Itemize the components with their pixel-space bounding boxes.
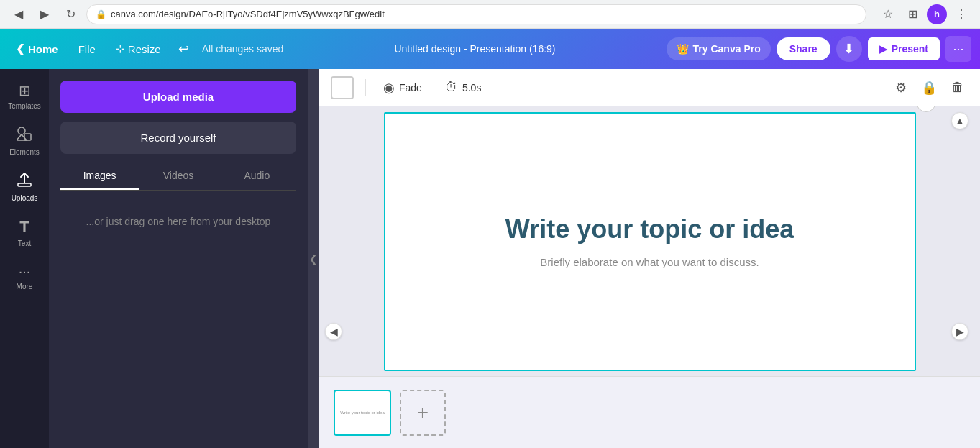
home-button[interactable]: ❮ Home	[9, 38, 65, 60]
elements-icon	[17, 126, 32, 145]
upload-media-button[interactable]: Upload media	[60, 81, 296, 113]
more-icon: ···	[19, 263, 31, 280]
rotate-handle[interactable]: ↻	[916, 106, 936, 112]
download-button[interactable]: ⬇	[836, 36, 862, 62]
star-button[interactable]: ☆	[878, 4, 898, 24]
slide-subtitle: Briefly elaborate on what you want to di…	[540, 256, 759, 268]
timer-label: 5.0s	[462, 82, 481, 93]
sidebar-item-text-label: Text	[18, 239, 31, 247]
url-text: canva.com/design/DAEo-RjITyo/vSDdf4EjzmV…	[111, 9, 385, 19]
scroll-right-arrow[interactable]: ▶	[951, 323, 968, 340]
collapse-handle[interactable]: ❮	[308, 69, 319, 448]
drag-hint: ...or just drag one here from your deskt…	[60, 199, 296, 244]
app-header: ❮ Home File ⊹ Resize ↩ All changes saved…	[0, 29, 980, 69]
toolbar-right: ⚙ 🔒 🗑	[891, 76, 968, 100]
canvas-viewport[interactable]: ▲ ◀ ▶ ▼ ↻ Write your topic or idea Brief…	[319, 106, 980, 376]
document-title: Untitled design - Presentation (16:9)	[289, 43, 660, 55]
back-button[interactable]: ◀	[9, 4, 29, 24]
tab-images[interactable]: Images	[60, 163, 139, 190]
browser-actions: ☆ ⊞ h ⋮	[878, 4, 971, 24]
share-button[interactable]: Share	[777, 37, 830, 60]
sidebar-item-elements-label: Elements	[9, 148, 40, 156]
present-button[interactable]: ▶ Present	[868, 37, 940, 60]
add-slide-button[interactable]: +	[400, 390, 446, 436]
resize-icon: ⊹	[116, 42, 125, 55]
sidebar-item-text[interactable]: T Text	[3, 211, 46, 255]
svg-rect-3	[18, 183, 31, 186]
resize-label: Resize	[128, 43, 161, 55]
text-icon: T	[19, 218, 29, 237]
upload-panel: Upload media Record yourself Images Vide…	[49, 69, 308, 448]
main-content: ⊞ Templates Elements Uploads	[0, 69, 980, 448]
svg-point-0	[18, 127, 25, 134]
sidebar-item-more-label: More	[17, 283, 33, 291]
home-label: Home	[28, 43, 58, 55]
thumbnails-strip: Write your topic or idea +	[319, 376, 980, 448]
svg-marker-2	[17, 134, 27, 140]
scroll-left-arrow[interactable]: ◀	[325, 323, 342, 340]
saved-text: All changes saved	[202, 43, 284, 55]
header-actions: 👑 Try Canva Pro Share ⬇ ▶ Present ···	[667, 36, 971, 62]
crown-icon: 👑	[677, 43, 689, 55]
chevron-left-icon: ❮	[16, 42, 25, 55]
more-options-button[interactable]: ···	[945, 36, 971, 62]
try-pro-label: Try Canva Pro	[693, 43, 761, 55]
sidebar: ⊞ Templates Elements Uploads	[0, 69, 49, 448]
present-label: Present	[892, 43, 928, 55]
browser-bar: ◀ ▶ ↻ 🔒 canva.com/design/DAEo-RjITyo/vSD…	[0, 0, 980, 29]
delete-button[interactable]: 🗑	[947, 76, 968, 100]
sidebar-item-templates-label: Templates	[8, 102, 41, 110]
thumbnail-1[interactable]: Write your topic or idea	[334, 390, 391, 436]
color-swatch[interactable]	[331, 76, 354, 99]
resize-button[interactable]: ⊹ Resize	[109, 38, 168, 60]
tab-audio[interactable]: Audio	[218, 163, 296, 190]
filter-button[interactable]: ⚙	[891, 76, 911, 100]
fade-icon: ◉	[383, 80, 395, 96]
sidebar-item-templates[interactable]: ⊞ Templates	[3, 75, 46, 117]
slide-canvas[interactable]: ↻ Write your topic or idea Briefly elabo…	[384, 112, 916, 371]
sidebar-item-more[interactable]: ··· More	[3, 256, 46, 298]
forward-button[interactable]: ▶	[35, 4, 55, 24]
timer-icon: ⏱	[445, 80, 458, 95]
undo-button[interactable]: ↩	[174, 37, 193, 61]
lock-icon: 🔒	[96, 9, 106, 19]
templates-icon: ⊞	[19, 82, 31, 99]
tab-videos[interactable]: Videos	[139, 163, 217, 190]
refresh-button[interactable]: ↻	[60, 4, 81, 24]
extensions-button[interactable]: ⊞	[902, 4, 922, 24]
sidebar-item-elements[interactable]: Elements	[3, 119, 46, 163]
present-icon: ▶	[879, 43, 887, 55]
file-button[interactable]: File	[71, 39, 103, 60]
address-bar[interactable]: 🔒 canva.com/design/DAEo-RjITyo/vSDdf4Ejz…	[86, 4, 866, 24]
media-tabs: Images Videos Audio	[60, 163, 296, 191]
toolbar-separator	[365, 79, 366, 96]
scroll-up-arrow[interactable]: ▲	[951, 112, 968, 129]
collapse-icon: ❮	[309, 253, 318, 265]
sidebar-item-uploads[interactable]: Uploads	[3, 165, 46, 209]
uploads-icon	[17, 172, 32, 191]
profile-button[interactable]: h	[927, 4, 947, 24]
fade-button[interactable]: ◉ Fade	[377, 76, 428, 100]
lock-button[interactable]: 🔒	[917, 76, 941, 100]
fade-label: Fade	[399, 82, 422, 93]
canvas-area: ◉ Fade ⏱ 5.0s ⚙ 🔒 🗑 ▲ ◀ ▶ ▼	[319, 69, 980, 448]
browser-more-button[interactable]: ⋮	[951, 4, 971, 24]
try-pro-button[interactable]: 👑 Try Canva Pro	[667, 37, 771, 60]
slide-title: Write your topic or idea	[477, 214, 823, 244]
canvas-toolbar: ◉ Fade ⏱ 5.0s ⚙ 🔒 🗑	[319, 69, 980, 106]
timer-button[interactable]: ⏱ 5.0s	[439, 76, 487, 99]
sidebar-item-uploads-label: Uploads	[12, 194, 38, 202]
record-button[interactable]: Record yourself	[60, 122, 296, 154]
